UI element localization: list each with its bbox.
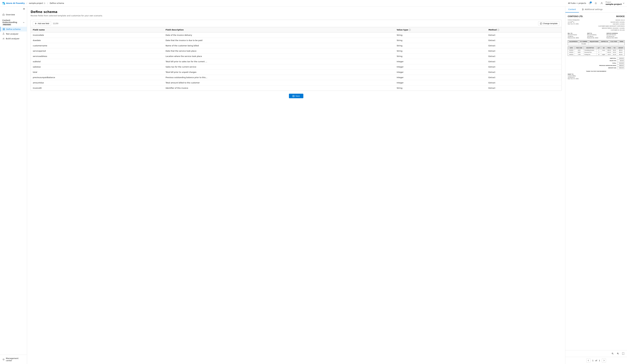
sidebar-item-test-analyzer[interactable]: Test analyzer <box>0 31 27 36</box>
col-field-desc: Field description <box>163 27 395 33</box>
nav-right: All hubs + projects 1 Project sample-pro… <box>568 1 625 5</box>
cell-field-name: invoicedate <box>31 33 163 38</box>
svg-point-15 <box>582 8 583 9</box>
method-info-icon[interactable]: i <box>497 29 499 31</box>
table-header-row: Field name Field description Value type … <box>31 27 562 33</box>
all-hubs-label[interactable]: All hubs + projects <box>568 2 586 4</box>
svg-rect-2 <box>3 3 4 4</box>
save-label: Save <box>295 95 300 97</box>
cell-value-type: Integer <box>395 70 486 75</box>
svg-rect-1 <box>4 2 5 3</box>
panel-content-area: CONTOSO LTD. INVOICE Contoso Headquarter… <box>565 13 627 350</box>
cell-field-desc: Sales tax for the current service <box>163 64 395 70</box>
line-items-table: DATE ITEM CODE DESCRIPTION QTY UM PRICE … <box>568 47 625 56</box>
col-value-type: Value type i <box>395 27 486 33</box>
add-field-button[interactable]: Add new field <box>33 21 51 26</box>
add-field-label: Add new field <box>38 22 49 25</box>
save-icon <box>292 95 295 97</box>
col-method: Method i <box>486 27 562 33</box>
cell-method: Extract <box>486 48 562 54</box>
svg-rect-8 <box>23 9 25 9</box>
value-type-info-icon[interactable]: i <box>409 29 411 31</box>
svg-rect-10 <box>3 29 5 29</box>
cell-value-type: Integer <box>395 75 486 80</box>
sidebar-toggle-area <box>0 6 27 12</box>
invoice-title: INVOICE <box>616 15 625 18</box>
cell-field-desc: Identifier of this invoice <box>163 85 395 91</box>
sidebar-item-define-schema[interactable]: Define schema <box>0 27 27 31</box>
page-next-button[interactable] <box>602 359 606 363</box>
sidebar-group-content-understanding[interactable]: Content Understanding PREVIEW <box>0 18 27 27</box>
cell-field-name: salestax <box>31 64 163 70</box>
svg-point-16 <box>583 9 583 9</box>
sidebar-section-content-understanding: Content Understanding PREVIEW Define sch… <box>0 17 27 42</box>
invoice-header: CONTOSO LTD. INVOICE <box>568 15 625 18</box>
cell-field-name: customername <box>31 43 163 48</box>
page-current: 1 <box>592 360 593 362</box>
invoice-address-left: Contoso Headquarters 123 456th St New Yo… <box>568 19 580 31</box>
cell-field-desc: Location where the service took place <box>163 54 395 59</box>
invoice-thank-you: THANK YOU FOR YOUR BUSINESS! <box>568 71 625 72</box>
cell-value-type: Integer <box>395 80 486 85</box>
table-row: invoicedate Date of the invoice delivery… <box>31 33 562 38</box>
tab-additional-settings-label: Additional settings <box>585 8 603 10</box>
service-address: SERVICE ADDRESS: Microsoft Services 123 … <box>606 33 625 39</box>
brand-logo[interactable]: Azure AI Foundry <box>2 2 25 5</box>
table-row: serviceaddress Location where the servic… <box>31 54 562 59</box>
sidebar: Overview Content Understanding PREVIEW D… <box>0 6 27 364</box>
cell-value-type: Integer <box>395 64 486 70</box>
purchase-order-table: SALESPERSON P.O. NUMBER REQUISITIONER SH… <box>568 40 625 45</box>
cell-field-name: invoiceID <box>31 85 163 91</box>
bill-to: BILL TO: Microsoft Finance 123 Bill St.,… <box>568 33 586 39</box>
table-row: amountdue Total amount billed to the cus… <box>31 80 562 85</box>
sidebar-item-build-analyzer[interactable]: Build analyzer <box>0 36 27 41</box>
brand-name: Azure AI Foundry <box>6 2 25 4</box>
sidebar-item-overview[interactable]: Overview <box>0 12 27 17</box>
cell-field-name: previousunpaidbalance <box>31 75 163 80</box>
project-dropdown[interactable]: Project sample-project <box>606 1 625 5</box>
account-button[interactable] <box>600 1 604 5</box>
change-template-button[interactable]: Change template <box>538 21 560 26</box>
cell-method: Extract <box>486 59 562 64</box>
col-field-name: Field name <box>31 27 163 33</box>
cell-method: Extract <box>486 54 562 59</box>
zoom-out-icon <box>611 352 614 355</box>
table-row: serviceperiod Date that the service took… <box>31 48 562 54</box>
notification-button[interactable]: 1 <box>588 1 592 5</box>
page-of-label: of <box>595 360 597 362</box>
save-button[interactable]: Save <box>289 94 303 98</box>
zoom-out-button[interactable] <box>611 352 615 356</box>
zoom-in-button[interactable] <box>616 352 620 356</box>
cell-method: Extract <box>486 64 562 70</box>
tab-content[interactable]: Content <box>565 6 579 12</box>
invoice-details-right: INVOICE: INV-10 INVOICE DATE: 12/15/201 … <box>598 19 625 31</box>
svg-rect-13 <box>540 23 542 24</box>
svg-point-17 <box>582 10 583 10</box>
right-panel: Content Additional settings CONTOSO LTD.… <box>565 6 627 364</box>
page-prev-button[interactable] <box>586 359 590 363</box>
breadcrumb-sample-project[interactable]: sample-project <box>29 2 46 4</box>
settings-button[interactable] <box>594 1 598 5</box>
project-name: sample-project <box>606 3 622 5</box>
cell-value-type: String <box>395 48 486 54</box>
cell-field-desc: Date that the invoice is due to be paid <box>163 38 395 43</box>
cell-value-type: String <box>395 43 486 48</box>
breadcrumb-sep-2: / <box>47 2 48 4</box>
svg-point-5 <box>601 2 602 3</box>
invoice-company-name: CONTOSO LTD. <box>568 15 583 18</box>
notification-badge: 1 <box>590 1 592 3</box>
schema-icon <box>3 28 5 30</box>
cell-field-desc: Name of the customer being billed <box>163 43 395 48</box>
zoom-fit-button[interactable] <box>621 352 625 356</box>
chevron-up-icon <box>23 21 25 24</box>
sidebar-collapse-button[interactable] <box>23 8 25 10</box>
svg-rect-3 <box>4 3 5 4</box>
cell-method: Extract <box>486 70 562 75</box>
table-row: salestax Sales tax for the current servi… <box>31 64 562 70</box>
toolbar-left: Add new field 11/50 <box>33 21 58 26</box>
tab-content-label: Content <box>568 8 576 10</box>
sidebar-item-management-center[interactable]: Management center <box>0 356 27 363</box>
app-body: Overview Content Understanding PREVIEW D… <box>0 6 627 364</box>
sidebar-item-label-management: Management center <box>6 357 25 362</box>
tab-additional-settings[interactable]: Additional settings <box>579 6 606 12</box>
